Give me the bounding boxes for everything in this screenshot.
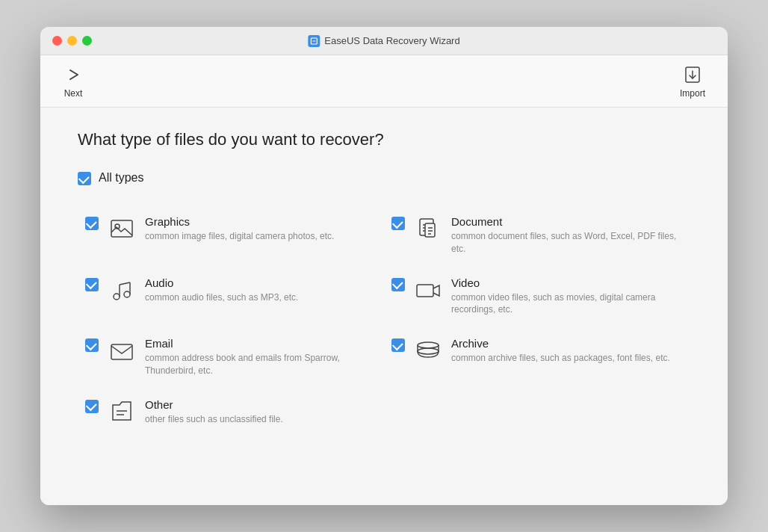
svg-rect-20	[111, 344, 132, 359]
archive-checkbox[interactable]	[391, 338, 405, 352]
import-button[interactable]: Import	[672, 60, 713, 103]
list-item: Audio common audio files, such as MP3, e…	[78, 266, 384, 327]
email-desc: common address book and emails from Spar…	[145, 352, 377, 377]
other-desc: other files such as unclassified file.	[145, 413, 377, 426]
page-title: What type of files do you want to recove…	[78, 130, 690, 149]
email-checkbox[interactable]	[85, 338, 99, 352]
other-checkbox[interactable]	[85, 400, 99, 413]
app-window: EaseUS Data Recovery Wizard Next Import	[40, 27, 728, 505]
svg-rect-10	[425, 223, 435, 237]
graphics-icon	[108, 215, 136, 244]
email-info: Email common address book and emails fro…	[145, 337, 377, 377]
video-icon	[414, 276, 442, 305]
list-item: Document common document files, such as …	[384, 205, 690, 266]
archive-desc: common archive files, such as packages, …	[451, 352, 683, 365]
archive-name: Archive	[451, 337, 683, 350]
all-types-row: All types	[78, 170, 690, 185]
titlebar: EaseUS Data Recovery Wizard	[40, 27, 728, 55]
next-icon	[63, 64, 84, 85]
svg-point-14	[114, 294, 120, 300]
graphics-name: Graphics	[145, 215, 377, 228]
app-icon	[308, 35, 320, 47]
svg-rect-19	[417, 285, 433, 297]
list-item: Other other files such as unclassified f…	[78, 388, 384, 437]
document-icon	[414, 215, 442, 244]
window-title: EaseUS Data Recovery Wizard	[308, 35, 459, 47]
email-name: Email	[145, 337, 377, 350]
audio-info: Audio common audio files, such as MP3, e…	[145, 276, 377, 304]
audio-name: Audio	[145, 276, 377, 289]
document-checkbox[interactable]	[391, 217, 405, 230]
audio-icon	[108, 276, 136, 305]
svg-point-15	[124, 291, 130, 297]
toolbar: Next Import	[40, 55, 728, 108]
file-types-grid: Graphics common image files, digital cam…	[78, 205, 690, 437]
maximize-button[interactable]	[82, 36, 92, 46]
audio-desc: common audio files, such as MP3, etc.	[145, 291, 377, 304]
audio-checkbox[interactable]	[85, 278, 99, 291]
close-button[interactable]	[52, 36, 62, 46]
document-name: Document	[451, 215, 683, 228]
graphics-checkbox[interactable]	[85, 217, 99, 230]
other-name: Other	[145, 398, 377, 411]
list-item: Graphics common image files, digital cam…	[78, 205, 384, 266]
video-desc: common video files, such as movies, digi…	[451, 291, 683, 317]
email-icon	[108, 337, 136, 365]
archive-info: Archive common archive files, such as pa…	[451, 337, 683, 365]
svg-point-21	[418, 342, 439, 348]
svg-line-18	[120, 282, 130, 285]
svg-point-22	[418, 348, 439, 354]
list-item: Archive common archive files, such as pa…	[384, 327, 690, 388]
next-button[interactable]: Next	[55, 60, 91, 103]
archive-icon	[414, 337, 442, 365]
other-icon	[108, 398, 136, 427]
import-icon	[682, 64, 703, 85]
traffic-lights	[52, 36, 92, 46]
video-info: Video common video files, such as movies…	[451, 276, 683, 317]
minimize-button[interactable]	[67, 36, 77, 46]
graphics-info: Graphics common image files, digital cam…	[145, 215, 377, 243]
graphics-desc: common image files, digital camera photo…	[145, 230, 377, 243]
video-name: Video	[451, 276, 683, 289]
document-info: Document common document files, such as …	[451, 215, 683, 256]
list-item: Email common address book and emails fro…	[78, 327, 384, 388]
video-checkbox[interactable]	[391, 278, 405, 291]
all-types-label: All types	[99, 171, 143, 185]
other-info: Other other files such as unclassified f…	[145, 398, 377, 426]
list-item: Video common video files, such as movies…	[384, 266, 690, 327]
main-content: What type of files do you want to recove…	[40, 108, 728, 505]
all-types-checkbox[interactable]	[78, 172, 91, 185]
document-desc: common document files, such as Word, Exc…	[451, 230, 683, 256]
